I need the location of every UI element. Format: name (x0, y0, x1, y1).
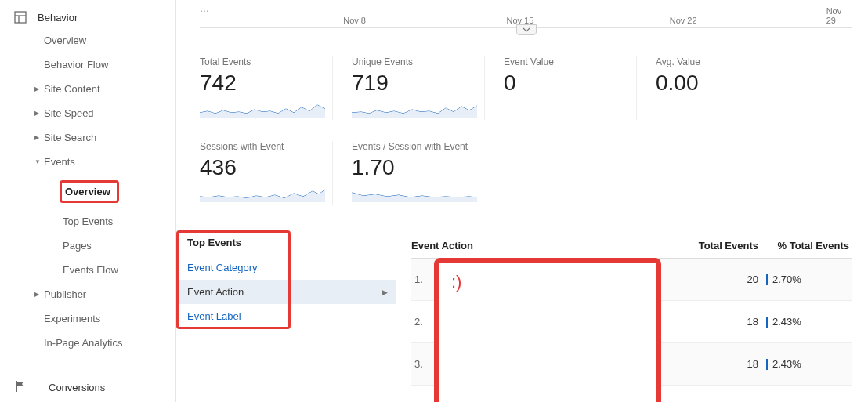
sidebar-section-conversions-label: Conversions (49, 382, 105, 393)
svg-rect-0 (15, 12, 26, 23)
sidebar-section-behavior-label: Behavior (38, 12, 78, 24)
dimension-option-event-category[interactable]: Event Category (176, 255, 396, 280)
annotation-overlay: :) (434, 258, 661, 402)
table-header: Event Action Total Events % Total Events (411, 234, 852, 259)
metric-events-per-session[interactable]: Events / Session with Event 1.70 (352, 141, 508, 205)
sidebar-item-events-flow[interactable]: Events Flow (0, 258, 175, 282)
sidebar-item-site-content[interactable]: ▶ Site Content (0, 77, 175, 101)
flag-icon (14, 380, 38, 395)
sparkline (352, 183, 477, 202)
timeline: … Nov 8 Nov 15 Nov 22 Nov 29 (200, 0, 852, 28)
bar-icon (766, 274, 768, 285)
sidebar: Behavior Overview Behavior Flow ▶ Site C… (0, 0, 176, 402)
metric-avg-value[interactable]: Avg. Value 0.00 (656, 56, 789, 120)
dimension-selector: Top Events Event Category Event Action ▶… (176, 230, 403, 328)
dimension-option-event-label[interactable]: Event Label (176, 304, 396, 328)
main-content: … Nov 8 Nov 15 Nov 22 Nov 29 Total Event… (176, 0, 868, 402)
dimension-selector-header: Top Events (176, 230, 396, 255)
metric-unique-events[interactable]: Unique Events 719 (352, 56, 485, 120)
sidebar-section-behavior[interactable]: Behavior (0, 6, 175, 28)
sparkline-flat (504, 110, 629, 110)
sidebar-item-behavior-flow[interactable]: Behavior Flow (0, 53, 175, 77)
sparkline (352, 99, 477, 118)
sparkline-flat (656, 110, 781, 110)
timeline-tick: Nov 8 (343, 16, 366, 25)
sidebar-item-overview[interactable]: Overview (0, 28, 175, 53)
sparkline (200, 99, 325, 118)
caret-right-icon: ▶ (34, 291, 44, 298)
bar-icon (766, 359, 768, 370)
timeline-tick: Nov 22 (670, 16, 697, 25)
sidebar-item-inpage-analytics[interactable]: In-Page Analytics (0, 331, 175, 355)
dimension-option-event-action[interactable]: Event Action ▶ (176, 280, 396, 304)
sidebar-item-experiments[interactable]: Experiments (0, 306, 175, 331)
table-header-total[interactable]: Total Events (672, 240, 758, 252)
caret-right-icon: ▶ (34, 85, 44, 92)
sidebar-item-events-pages[interactable]: Pages (0, 234, 175, 258)
caret-right-icon: ▶ (34, 110, 44, 117)
timeline-expand-button[interactable] (516, 24, 537, 35)
sidebar-item-events[interactable]: ▼ Events (0, 150, 175, 174)
chevron-down-icon (523, 27, 530, 32)
annotation-text: :) (451, 272, 461, 292)
timeline-ellipsis: … (200, 3, 209, 14)
sidebar-item-events-top[interactable]: Top Events (0, 209, 175, 234)
sidebar-item-events-overview[interactable]: Overview (0, 174, 175, 209)
sidebar-item-publisher[interactable]: ▶ Publisher (0, 282, 175, 306)
metric-total-events[interactable]: Total Events 742 (200, 56, 333, 120)
sidebar-item-site-search[interactable]: ▶ Site Search (0, 125, 175, 150)
caret-right-icon: ▶ (382, 288, 388, 296)
behavior-icon (14, 11, 27, 24)
metric-row-1: Total Events 742 Unique Events 719 Event… (200, 56, 789, 120)
metric-row-2: Sessions with Event 436 Events / Session… (200, 141, 508, 205)
table-header-pct[interactable]: % Total Events (758, 240, 852, 252)
sparkline (200, 183, 325, 202)
timeline-tick: Nov 29 (826, 6, 852, 25)
sidebar-item-site-speed[interactable]: ▶ Site Speed (0, 101, 175, 125)
bar-icon (766, 317, 768, 328)
caret-down-icon: ▼ (34, 158, 44, 165)
metric-event-value[interactable]: Event Value 0 (504, 56, 637, 120)
sidebar-section-conversions[interactable]: Conversions (0, 375, 175, 400)
metric-sessions-with-event[interactable]: Sessions with Event 436 (200, 141, 333, 205)
caret-right-icon: ▶ (34, 134, 44, 141)
table-header-action[interactable]: Event Action (411, 240, 672, 252)
highlight-box: Overview (60, 180, 119, 203)
